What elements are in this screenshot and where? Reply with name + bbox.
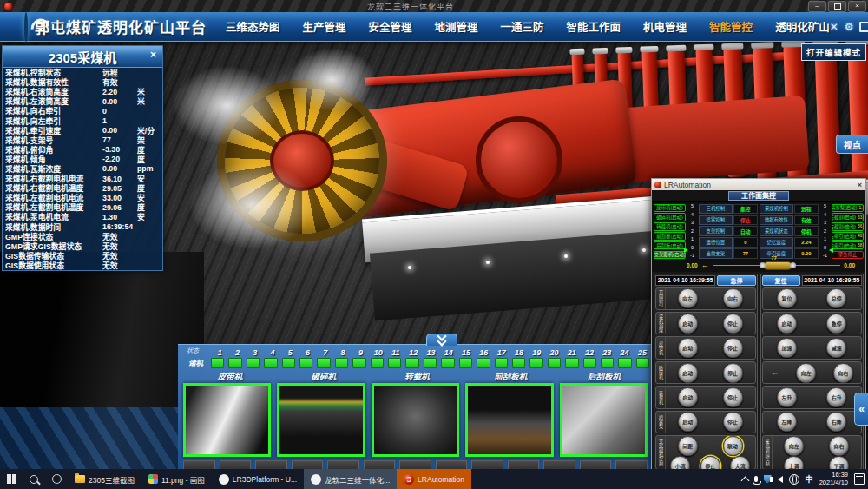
circle-button[interactable]: 上调: [784, 456, 804, 470]
motor-button[interactable]: 清水泵(启动)1.3: [832, 204, 864, 213]
viewpoint-tab[interactable]: 视点: [836, 135, 868, 154]
tab-workface-control[interactable]: 工作面集控: [728, 191, 789, 201]
channel-status-square[interactable]: [601, 358, 614, 368]
nav-item-6[interactable]: 智能工作面: [567, 18, 621, 35]
channel-status-square[interactable]: [335, 358, 348, 368]
motor-button[interactable]: 紧急停止: [832, 251, 864, 260]
task-view-icon[interactable]: [45, 469, 68, 489]
channel-status-square[interactable]: [299, 358, 312, 368]
shearer-marker[interactable]: [764, 261, 792, 270]
circle-button[interactable]: 启动: [678, 387, 698, 407]
channel-status-square[interactable]: [317, 358, 330, 368]
taskbar-app[interactable]: 11.png - 画图: [141, 469, 212, 489]
circle-button[interactable]: 停止: [723, 338, 743, 358]
circle-button[interactable]: 向右: [723, 288, 743, 308]
taskbar-app[interactable]: LR3DPlatform - U...: [212, 469, 304, 489]
tools-icon[interactable]: ✕: [830, 22, 838, 32]
channel-status-square[interactable]: [424, 358, 437, 368]
notification-center-icon[interactable]: [854, 473, 865, 485]
circle-button[interactable]: 停止: [723, 412, 743, 432]
channel-status-square[interactable]: [247, 358, 260, 368]
circle-button[interactable]: 向右: [829, 436, 849, 456]
circle-button[interactable]: 停止: [723, 387, 743, 407]
circle-button[interactable]: 停止: [723, 363, 743, 383]
circle-button[interactable]: 联动: [723, 436, 743, 456]
nav-item-1[interactable]: 三维态势图: [226, 18, 280, 35]
taskbar-app[interactable]: 龙软二三维一体化...: [304, 469, 397, 489]
camera-feed-4[interactable]: [465, 383, 553, 457]
minimize-button[interactable]: –: [808, 1, 826, 12]
channel-status-square[interactable]: [371, 358, 384, 368]
lr-close-icon[interactable]: ×: [858, 181, 862, 189]
equipment-button[interactable]: 支架跟机(启动): [654, 251, 686, 260]
circle-button[interactable]: 总停: [826, 288, 846, 308]
camera-feed-1[interactable]: [183, 383, 271, 457]
channel-status-square[interactable]: [548, 358, 561, 368]
nav-item-3[interactable]: 安全管理: [369, 18, 412, 35]
ime-indicator[interactable]: 中: [806, 473, 813, 485]
circle-button[interactable]: 向左: [784, 436, 804, 456]
taskbar-app[interactable]: LRAutomation: [397, 469, 471, 489]
channel-status-square[interactable]: [618, 358, 631, 368]
speaker-icon[interactable]: [778, 476, 783, 483]
nav-item-5[interactable]: 一通三防: [501, 18, 544, 35]
channel-status-square[interactable]: [565, 358, 578, 368]
equipment-button[interactable]: 破碎机(启动): [654, 213, 686, 221]
start-button[interactable]: [0, 469, 23, 489]
motor-button[interactable]: 右截割(启动)36.1: [832, 222, 864, 231]
taskbar-app[interactable]: 2305三维截图: [68, 469, 141, 489]
motor-button[interactable]: 左截割(启动)33.0: [832, 213, 864, 221]
lr-titlebar[interactable]: LRAutomation ×: [652, 179, 865, 190]
gear-icon[interactable]: ⚙: [845, 22, 854, 32]
search-icon[interactable]: [23, 469, 45, 489]
circle-button[interactable]: 加速: [777, 338, 797, 358]
circle-button[interactable]: 启动: [678, 363, 698, 383]
camera-feed-3[interactable]: [372, 383, 459, 457]
nav-item-4[interactable]: 地测管理: [435, 18, 478, 35]
network-icon[interactable]: [789, 474, 799, 485]
camera-feed-2[interactable]: [277, 383, 365, 457]
channel-status-square[interactable]: [636, 358, 649, 368]
estop-button[interactable]: 急停: [717, 275, 755, 286]
maximize-button[interactable]: [828, 1, 846, 12]
channel-status-square[interactable]: [512, 358, 525, 368]
circle-button[interactable]: 向右: [833, 363, 853, 383]
nav-item-9[interactable]: 透明化矿山: [775, 18, 830, 35]
channel-status-square[interactable]: [264, 358, 277, 368]
channel-status-square[interactable]: [477, 358, 490, 368]
nav-item-7[interactable]: 机电管理: [643, 18, 687, 35]
motor-button[interactable]: 左牵引(启动)40.1: [832, 232, 864, 241]
equipment-button[interactable]: 前刮板(启动): [654, 232, 686, 241]
circle-button[interactable]: 左升: [777, 387, 797, 407]
camera-feed-5[interactable]: [560, 383, 648, 457]
slider-track[interactable]: 77: [713, 265, 841, 266]
circle-button[interactable]: 大流: [730, 456, 750, 470]
close-button[interactable]: ×: [848, 1, 866, 12]
circle-button[interactable]: 右升: [826, 387, 846, 407]
panel-close-icon[interactable]: ×: [147, 49, 160, 62]
clock[interactable]: 16:39 2021/4/10: [819, 472, 848, 486]
circle-button[interactable]: 启动: [678, 412, 698, 432]
channel-status-square[interactable]: [583, 358, 596, 368]
nav-item-2[interactable]: 生产管理: [303, 18, 346, 35]
circle-button[interactable]: 启动: [678, 338, 698, 358]
channel-status-square[interactable]: [405, 358, 418, 368]
channel-status-square[interactable]: [529, 358, 542, 368]
channel-status-square[interactable]: [459, 358, 472, 368]
circle-button[interactable]: 启动: [777, 314, 797, 334]
circle-button[interactable]: 启动: [678, 314, 698, 334]
channel-status-square[interactable]: [282, 358, 295, 368]
circle-button[interactable]: 下调: [829, 456, 849, 470]
motor-button[interactable]: 右牵引(启动)38.1: [832, 241, 864, 250]
circle-button[interactable]: 向左: [678, 288, 698, 308]
circle-button[interactable]: 左降: [777, 412, 797, 432]
channel-status-square[interactable]: [211, 358, 224, 368]
equipment-button[interactable]: 转载机(启动): [654, 222, 686, 231]
hidden-icons-caret[interactable]: [740, 476, 749, 485]
circle-button[interactable]: 停止: [700, 456, 720, 470]
microphone-icon[interactable]: [754, 476, 758, 482]
circle-button[interactable]: 复位: [777, 288, 797, 308]
fullscreen-icon[interactable]: [859, 22, 868, 32]
circle-button[interactable]: 间距: [678, 436, 698, 456]
circle-button[interactable]: 右降: [826, 412, 846, 432]
